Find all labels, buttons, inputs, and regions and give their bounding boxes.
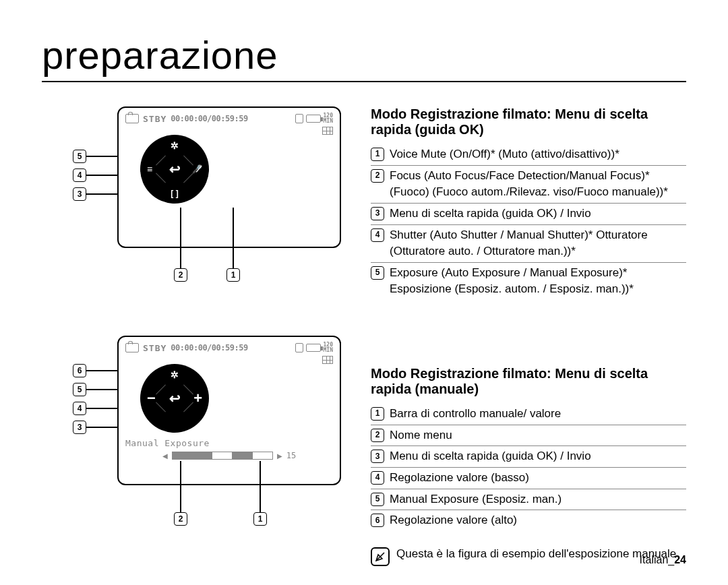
note-text: Questa è la figura di esempio dell'espos…: [396, 547, 679, 561]
legend-num: 4: [371, 228, 384, 242]
timecode: 00:00:00/00:59:59: [171, 343, 247, 352]
aperture-icon: ✲: [171, 140, 179, 151]
aperture-icon: ✲: [171, 369, 179, 380]
legend-num: 2: [371, 429, 384, 442]
legend-text: Menu di scelta rapida (guida OK) / Invio: [390, 448, 686, 465]
callout-num: 3: [73, 421, 86, 434]
return-icon: ↩: [169, 161, 181, 177]
return-icon: ↩: [169, 390, 181, 406]
legend-text: Focus (Auto Focus/Face Detection/Manual …: [390, 168, 686, 201]
callout-num: 5: [73, 150, 86, 163]
legend-num: 3: [371, 450, 384, 463]
stby-label: STBY: [143, 114, 166, 124]
diagram-manual: 6 5 4 3 STBY 00:00:00/00:59:59 120MIN: [42, 336, 352, 545]
title-rule: [42, 81, 686, 82]
legend-num: 5: [371, 266, 384, 280]
grid-icon: [322, 356, 333, 364]
control-dial: ✲ ≡ 🎤̸ [ ] ↩: [140, 135, 209, 204]
control-dial-manual: ✲ − + ↩: [140, 364, 209, 433]
legend-list-2: 1Barra di controllo manuale/ valore 2Nom…: [371, 404, 686, 531]
callouts-bottom-d2: 2 1: [174, 461, 267, 526]
page-footer: Italian_24: [640, 554, 686, 566]
triangle-right-icon: ▶: [277, 452, 282, 460]
card-icon: [295, 114, 303, 123]
callout-num: 4: [73, 168, 86, 182]
plus-icon: +: [193, 390, 202, 407]
legend-text: Exposure (Auto Exposure / Manual Exposur…: [390, 265, 686, 298]
callout-num: 6: [73, 364, 86, 377]
legend-num: 2: [371, 169, 384, 183]
callout-num: 3: [73, 187, 86, 201]
exposure-value: 15: [286, 451, 296, 460]
footer-page: 24: [674, 554, 686, 565]
legend-text: Regolazione valore (alto): [390, 512, 686, 529]
legend-num: 1: [371, 148, 384, 161]
card-icon: [295, 343, 303, 352]
legend-num: 3: [371, 207, 384, 220]
mic-mute-icon: 🎤̸: [192, 164, 202, 174]
page-title: preparazione: [42, 32, 278, 78]
section2-title: Modo Registrazione filmato: Menu di scel…: [371, 366, 686, 397]
camera-icon: [125, 114, 139, 123]
callout-num: 1: [226, 268, 240, 282]
legend-text: Voice Mute (On/Off)* (Muto (attivo/disat…: [390, 146, 686, 163]
diagram-ok-guide: 5 4 3 STBY 00:00:00/00:59:59 120MIN: [42, 106, 352, 295]
min-label: 120MIN: [324, 113, 333, 124]
callout-num: 4: [73, 402, 86, 415]
camera-icon: [125, 343, 139, 352]
callout-num: 2: [174, 268, 187, 282]
manual-exposure-label: Manual Exposure: [125, 438, 333, 448]
battery-icon: [306, 344, 321, 352]
stby-label: STBY: [143, 343, 166, 353]
legend-text: Barra di controllo manuale/ valore: [390, 406, 686, 423]
value-bar: [172, 452, 273, 460]
focus-brackets-icon: [ ]: [171, 189, 178, 198]
grid-icon: [322, 127, 333, 135]
sliders-icon: ≡: [147, 164, 152, 175]
legend-list-1: 1Voice Mute (On/Off)* (Muto (attivo/disa…: [371, 144, 686, 300]
legend-num: 6: [371, 514, 384, 527]
legend-text: Menu di scelta rapida (guida OK) / Invio: [390, 206, 686, 222]
min-label: 120MIN: [324, 342, 333, 353]
legend-num: 4: [371, 471, 384, 485]
callout-num: 1: [253, 512, 267, 526]
callout-num: 5: [73, 383, 86, 396]
minus-icon: −: [147, 390, 156, 407]
section1-title: Modo Registrazione filmato: Menu di scel…: [371, 106, 686, 137]
legend-text: Manual Exposure (Esposiz. man.): [390, 491, 686, 508]
legend-text: Shutter (Auto Shutter / Manual Shutter)*…: [390, 227, 686, 260]
triangle-left-icon: ◀: [162, 452, 168, 460]
legend-text: Regolazione valore (basso): [390, 470, 686, 487]
callouts-bottom-d1: 2 1: [174, 208, 240, 282]
battery-icon: [306, 115, 321, 123]
timecode: 00:00:00/00:59:59: [171, 114, 247, 123]
legend-num: 1: [371, 407, 384, 421]
legend-text: Nome menu: [390, 427, 686, 444]
legend-num: 5: [371, 493, 384, 506]
callout-num: 2: [174, 512, 187, 526]
footer-lang: Italian_: [640, 554, 675, 565]
note-icon: [371, 547, 390, 566]
